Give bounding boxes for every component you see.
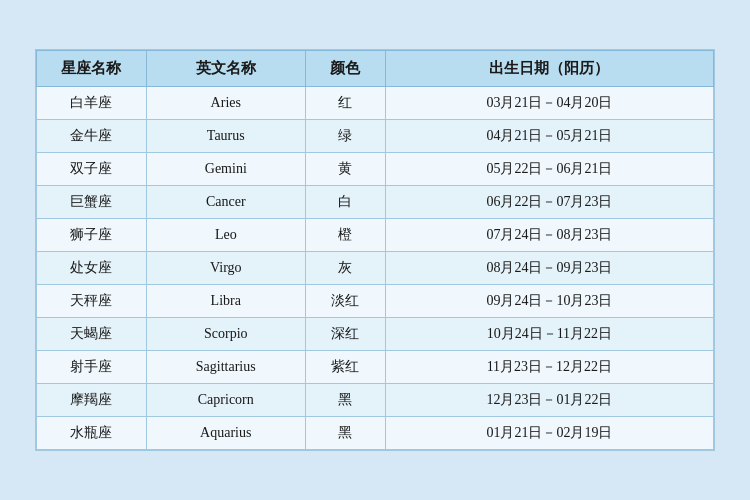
cell-chinese: 金牛座 — [37, 120, 147, 153]
table-row: 巨蟹座Cancer白06月22日－07月23日 — [37, 186, 714, 219]
table-row: 天秤座Libra淡红09月24日－10月23日 — [37, 285, 714, 318]
cell-english: Taurus — [146, 120, 306, 153]
cell-chinese: 天蝎座 — [37, 318, 147, 351]
cell-color: 灰 — [306, 252, 386, 285]
cell-date: 05月22日－06月21日 — [385, 153, 713, 186]
cell-chinese: 摩羯座 — [37, 384, 147, 417]
cell-color: 绿 — [306, 120, 386, 153]
cell-color: 淡红 — [306, 285, 386, 318]
cell-english: Cancer — [146, 186, 306, 219]
cell-color: 橙 — [306, 219, 386, 252]
table-row: 处女座Virgo灰08月24日－09月23日 — [37, 252, 714, 285]
table-row: 狮子座Leo橙07月24日－08月23日 — [37, 219, 714, 252]
table-row: 金牛座Taurus绿04月21日－05月21日 — [37, 120, 714, 153]
cell-color: 白 — [306, 186, 386, 219]
cell-color: 紫红 — [306, 351, 386, 384]
cell-english: Virgo — [146, 252, 306, 285]
cell-english: Sagittarius — [146, 351, 306, 384]
cell-color: 黑 — [306, 384, 386, 417]
cell-english: Leo — [146, 219, 306, 252]
cell-date: 04月21日－05月21日 — [385, 120, 713, 153]
table-row: 射手座Sagittarius紫红11月23日－12月22日 — [37, 351, 714, 384]
header-english: 英文名称 — [146, 51, 306, 87]
cell-color: 深红 — [306, 318, 386, 351]
cell-date: 06月22日－07月23日 — [385, 186, 713, 219]
cell-date: 09月24日－10月23日 — [385, 285, 713, 318]
cell-english: Gemini — [146, 153, 306, 186]
cell-chinese: 射手座 — [37, 351, 147, 384]
cell-chinese: 天秤座 — [37, 285, 147, 318]
cell-color: 黑 — [306, 417, 386, 450]
cell-english: Capricorn — [146, 384, 306, 417]
cell-chinese: 巨蟹座 — [37, 186, 147, 219]
cell-color: 黄 — [306, 153, 386, 186]
cell-date: 03月21日－04月20日 — [385, 87, 713, 120]
zodiac-table-container: 星座名称 英文名称 颜色 出生日期（阳历） 白羊座Aries红03月21日－04… — [35, 49, 715, 451]
cell-date: 10月24日－11月22日 — [385, 318, 713, 351]
cell-date: 12月23日－01月22日 — [385, 384, 713, 417]
zodiac-table: 星座名称 英文名称 颜色 出生日期（阳历） 白羊座Aries红03月21日－04… — [36, 50, 714, 450]
cell-chinese: 处女座 — [37, 252, 147, 285]
cell-date: 11月23日－12月22日 — [385, 351, 713, 384]
cell-chinese: 狮子座 — [37, 219, 147, 252]
header-color: 颜色 — [306, 51, 386, 87]
cell-english: Aries — [146, 87, 306, 120]
table-row: 白羊座Aries红03月21日－04月20日 — [37, 87, 714, 120]
cell-date: 01月21日－02月19日 — [385, 417, 713, 450]
table-body: 白羊座Aries红03月21日－04月20日金牛座Taurus绿04月21日－0… — [37, 87, 714, 450]
cell-english: Scorpio — [146, 318, 306, 351]
cell-date: 07月24日－08月23日 — [385, 219, 713, 252]
header-date: 出生日期（阳历） — [385, 51, 713, 87]
cell-chinese: 水瓶座 — [37, 417, 147, 450]
cell-color: 红 — [306, 87, 386, 120]
cell-english: Aquarius — [146, 417, 306, 450]
cell-chinese: 白羊座 — [37, 87, 147, 120]
cell-english: Libra — [146, 285, 306, 318]
table-row: 水瓶座Aquarius黑01月21日－02月19日 — [37, 417, 714, 450]
table-row: 天蝎座Scorpio深红10月24日－11月22日 — [37, 318, 714, 351]
table-row: 摩羯座Capricorn黑12月23日－01月22日 — [37, 384, 714, 417]
table-row: 双子座Gemini黄05月22日－06月21日 — [37, 153, 714, 186]
cell-date: 08月24日－09月23日 — [385, 252, 713, 285]
header-chinese: 星座名称 — [37, 51, 147, 87]
cell-chinese: 双子座 — [37, 153, 147, 186]
table-header-row: 星座名称 英文名称 颜色 出生日期（阳历） — [37, 51, 714, 87]
